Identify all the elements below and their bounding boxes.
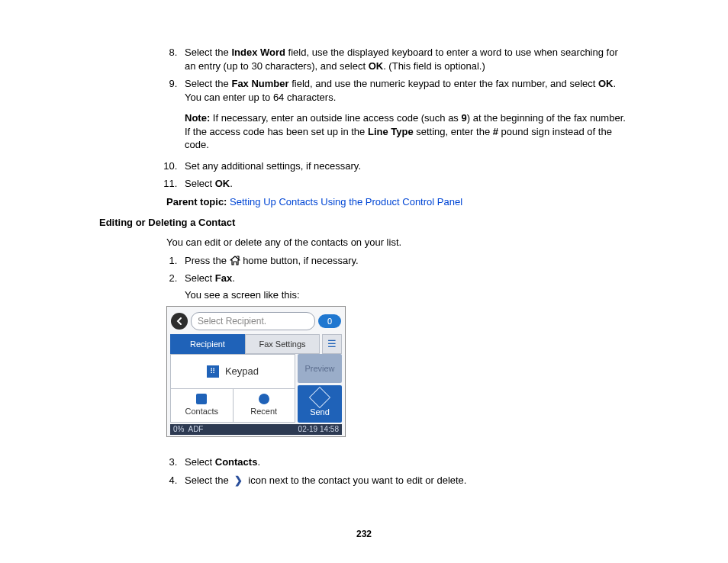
contacts-button[interactable]: Contacts xyxy=(171,389,234,423)
parent-topic-link[interactable]: Setting Up Contacts Using the Product Co… xyxy=(230,196,462,208)
contacts-icon xyxy=(196,394,207,404)
step2-4: Select the ❯ icon next to the contact yo… xyxy=(180,474,629,487)
step-11: Select OK. xyxy=(180,177,629,191)
parent-topic-line: Parent topic: Setting Up Contacts Using … xyxy=(99,195,629,209)
note-block: Note: If necessary, enter an outside lin… xyxy=(185,111,629,152)
page-number: 232 xyxy=(0,528,728,540)
menu-icon[interactable]: ☰ xyxy=(322,334,342,354)
preview-button[interactable]: Preview xyxy=(298,354,342,383)
step2-3: Select Contacts. xyxy=(180,455,629,469)
step2-2: Select Fax. You see a screen like this: xyxy=(180,272,629,301)
home-icon xyxy=(230,255,240,266)
recipient-count-badge: 0 xyxy=(318,314,341,328)
tab-fax-settings[interactable]: Fax Settings xyxy=(245,334,320,354)
keypad-button[interactable]: ⠿ Keypad xyxy=(171,355,295,389)
chevron-right-icon: ❯ xyxy=(231,475,245,486)
recent-icon xyxy=(259,394,269,404)
section-heading: Editing or Deleting a Contact xyxy=(99,216,629,230)
keypad-icon: ⠿ xyxy=(207,365,219,378)
tab-recipient[interactable]: Recipient xyxy=(170,334,245,354)
step-10: Set any additional settings, if necessar… xyxy=(180,159,629,173)
send-button[interactable]: Send xyxy=(298,385,342,423)
step-9: Select the Fax Number field, and use the… xyxy=(180,77,629,152)
recent-button[interactable]: Recent xyxy=(234,389,295,423)
device-screenshot: Select Recipient. 0 Recipient Fax Settin… xyxy=(166,306,346,437)
step-8: Select the Index Word field, use the dis… xyxy=(180,46,629,72)
step2-1: Press the home button, if necessary. xyxy=(180,254,629,268)
status-bar: 0% ADF 02-19 14:58 xyxy=(170,424,342,435)
intro-text: You can edit or delete any of the contac… xyxy=(99,236,629,249)
select-recipient-field[interactable]: Select Recipient. xyxy=(191,312,315,330)
back-button[interactable] xyxy=(171,313,188,330)
send-icon xyxy=(309,387,330,408)
